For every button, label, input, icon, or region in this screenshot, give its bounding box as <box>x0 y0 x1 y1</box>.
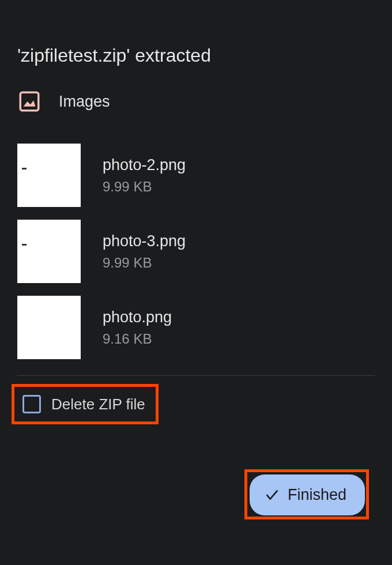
file-size: 9.99 KB <box>103 255 186 271</box>
delete-zip-checkbox[interactable] <box>22 395 41 413</box>
list-item[interactable]: photo-2.png 9.99 KB <box>17 144 375 207</box>
delete-zip-checkbox-row[interactable]: Delete ZIP file <box>12 384 159 424</box>
finished-highlight: Finished <box>244 469 369 519</box>
delete-zip-label: Delete ZIP file <box>51 396 145 413</box>
finished-label: Finished <box>288 486 346 504</box>
finished-button[interactable]: Finished <box>250 474 365 515</box>
image-icon <box>17 89 42 114</box>
svg-rect-0 <box>20 92 39 111</box>
page-title: 'zipfiletest.zip' extracted <box>17 0 375 89</box>
section-header: Images <box>17 89 375 114</box>
file-size: 9.16 KB <box>103 331 172 347</box>
section-label: Images <box>59 93 110 111</box>
file-thumbnail <box>17 296 81 359</box>
file-name: photo.png <box>103 308 172 326</box>
list-item[interactable]: photo-3.png 9.99 KB <box>17 220 375 283</box>
file-list: photo-2.png 9.99 KB photo-3.png 9.99 KB … <box>17 144 375 359</box>
file-size: 9.99 KB <box>103 179 186 195</box>
file-name: photo-2.png <box>103 156 186 174</box>
file-thumbnail <box>17 144 81 207</box>
list-item[interactable]: photo.png 9.16 KB <box>17 296 375 359</box>
check-icon <box>265 488 280 503</box>
divider <box>17 375 375 376</box>
file-name: photo-3.png <box>103 232 186 250</box>
button-row: Finished <box>17 469 375 519</box>
file-thumbnail <box>17 220 81 283</box>
